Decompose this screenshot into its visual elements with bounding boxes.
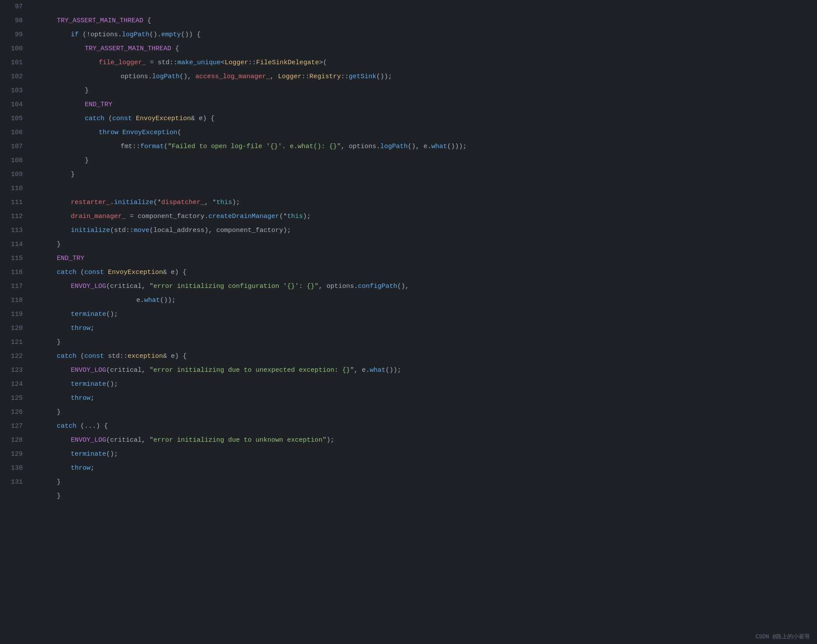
line-num-101: 101 [0,56,23,70]
watermark: CSDN @路上的小崔哥 [755,633,810,641]
code-line-121: catch (const std::exception& e) { [33,336,817,350]
line-num-113: 113 [0,224,23,238]
line-num-122: 122 [0,350,23,364]
code-line-130: } [33,461,817,475]
line-num-104: 104 [0,98,23,112]
line-num-100: 100 [0,42,23,56]
code-line-127: ENVOY_LOG(critical, "error initializing … [33,419,817,433]
line-num-119: 119 [0,308,23,322]
code-line-103: END_TRY [33,84,817,98]
line-num-115: 115 [0,252,23,266]
code-line-97: TRY_ASSERT_MAIN_THREAD { [33,0,817,14]
line-num-129: 129 [0,447,23,461]
code-line-119: throw; [33,308,817,322]
line-num-120: 120 [0,322,23,336]
line-num-131: 131 [0,475,23,489]
line-num-130: 130 [0,461,23,475]
code-line-120: } [33,322,817,336]
code-line-124: throw; [33,377,817,391]
code-line-125: } [33,391,817,405]
line-num-103: 103 [0,84,23,98]
line-num-106: 106 [0,126,23,140]
line-num-126: 126 [0,405,23,419]
line-num-125: 125 [0,391,23,405]
line-num-127: 127 [0,419,23,433]
code-line-104: catch (const EnvoyException& e) { [33,98,817,112]
line-num-107: 107 [0,140,23,154]
line-num-110: 110 [0,182,23,196]
code-line-129: throw; [33,447,817,461]
code-content: TRY_ASSERT_MAIN_THREAD { if (!options.lo… [30,0,817,644]
line-num-97: 97 [0,0,23,14]
code-editor: 97 98 99 100 101 102 103 104 105 106 107… [0,0,817,644]
line-num-117: 117 [0,280,23,294]
line-num-128: 128 [0,433,23,447]
line-num-114: 114 [0,238,23,252]
line-num-111: 111 [0,196,23,210]
code-line-126: catch (...) { [33,405,817,419]
code-line-115: catch (const EnvoyException& e) { [33,252,817,266]
code-line-109 [33,168,817,182]
line-numbers: 97 98 99 100 101 102 103 104 105 106 107… [0,0,30,644]
line-num-123: 123 [0,364,23,377]
code-line-131: } [33,475,817,489]
line-num-102: 102 [0,70,23,84]
code-line-114: END_TRY [33,238,817,252]
code-line-110: restarter_.initialize(*dispatcher_, *thi… [33,182,817,196]
line-num-116: 116 [0,266,23,280]
line-num-108: 108 [0,154,23,168]
line-num-109: 109 [0,168,23,182]
line-num-118: 118 [0,294,23,308]
line-num-99: 99 [0,28,23,42]
code-line-108: } [33,154,817,168]
line-num-98: 98 [0,14,23,28]
line-num-124: 124 [0,377,23,391]
line-num-105: 105 [0,112,23,126]
line-num-112: 112 [0,210,23,224]
line-num-121: 121 [0,336,23,350]
